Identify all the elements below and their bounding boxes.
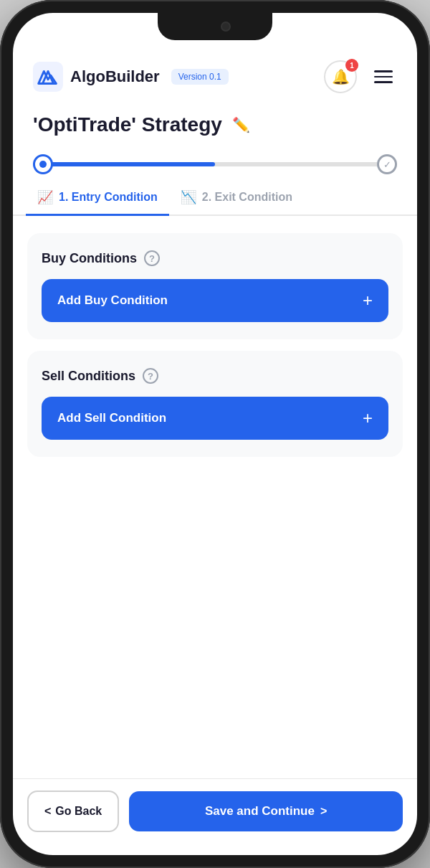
sell-conditions-card: Sell Conditions ? Add Sell Condition + <box>27 351 403 457</box>
bell-icon: 🔔 <box>332 68 350 85</box>
buy-conditions-help-icon[interactable]: ? <box>144 250 160 266</box>
sell-conditions-header: Sell Conditions ? <box>42 368 388 384</box>
buy-conditions-header: Buy Conditions ? <box>42 250 388 266</box>
progress-track: ✓ <box>33 162 397 166</box>
screen-content: AlgoBuilder Version 0.1 🔔 1 <box>13 13 417 855</box>
notification-badge: 1 <box>345 59 358 72</box>
tab-exit-condition[interactable]: 📉 2. Exit Condition <box>169 181 304 216</box>
main-content: Buy Conditions ? Add Buy Condition + Sel… <box>13 227 417 778</box>
tabs: 📈 1. Entry Condition 📉 2. Exit Condition <box>13 181 417 216</box>
entry-tab-icon: 📈 <box>37 189 53 205</box>
save-continue-button[interactable]: Save and Continue > <box>129 791 403 831</box>
phone-frame: AlgoBuilder Version 0.1 🔔 1 <box>0 0 430 868</box>
exit-tab-icon: 📉 <box>181 189 196 205</box>
go-back-label: Go Back <box>55 805 102 818</box>
tab-exit-label: 2. Exit Condition <box>202 191 292 204</box>
dot-inner-1 <box>39 161 47 168</box>
tab-entry-label: 1. Entry Condition <box>59 191 158 204</box>
sell-help-text: ? <box>148 371 153 382</box>
add-buy-plus-icon: + <box>363 292 373 309</box>
sell-conditions-help-icon[interactable]: ? <box>143 368 158 384</box>
bottom-actions: < Go Back Save and Continue > <box>13 778 417 855</box>
chevron-right-icon: > <box>320 805 327 818</box>
menu-line-2 <box>374 76 393 78</box>
chevron-left-icon: < <box>44 805 51 818</box>
progress-dots: ✓ <box>33 154 397 174</box>
add-sell-condition-button[interactable]: Add Sell Condition + <box>42 397 388 440</box>
camera-dot <box>221 22 231 32</box>
notch <box>158 13 272 40</box>
header: AlgoBuilder Version 0.1 🔔 1 <box>13 47 417 105</box>
add-buy-label: Add Buy Condition <box>57 293 168 308</box>
progress-area: ✓ <box>13 151 417 181</box>
sell-conditions-title: Sell Conditions <box>42 369 135 384</box>
svg-rect-0 <box>33 62 63 92</box>
add-sell-label: Add Sell Condition <box>57 411 166 425</box>
notification-button[interactable]: 🔔 1 <box>324 60 357 93</box>
app-name: AlgoBuilder <box>70 67 160 86</box>
menu-button[interactable] <box>370 66 397 88</box>
edit-icon[interactable]: ✏️ <box>232 116 250 133</box>
go-back-button[interactable]: < Go Back <box>27 791 119 832</box>
phone-screen: AlgoBuilder Version 0.1 🔔 1 <box>13 13 417 855</box>
save-continue-label: Save and Continue <box>205 804 315 819</box>
buy-conditions-card: Buy Conditions ? Add Buy Condition + <box>27 233 403 339</box>
app-logo <box>33 62 63 92</box>
menu-line-3 <box>374 81 393 83</box>
add-sell-plus-icon: + <box>363 410 373 427</box>
header-actions: 🔔 1 <box>324 60 397 93</box>
buy-help-text: ? <box>149 253 155 264</box>
progress-dot-2: ✓ <box>377 154 397 174</box>
menu-line-1 <box>374 70 393 72</box>
strategy-title: 'OptiTrade' Strategy <box>33 113 222 136</box>
version-badge: Version 0.1 <box>171 69 229 85</box>
add-buy-condition-button[interactable]: Add Buy Condition + <box>42 279 388 322</box>
tab-entry-condition[interactable]: 📈 1. Entry Condition <box>26 181 169 216</box>
progress-dot-1 <box>33 154 53 174</box>
buy-conditions-title: Buy Conditions <box>42 251 137 266</box>
strategy-title-area: 'OptiTrade' Strategy ✏️ <box>13 105 417 151</box>
check-icon: ✓ <box>383 159 391 170</box>
logo-area: AlgoBuilder Version 0.1 <box>33 62 317 92</box>
